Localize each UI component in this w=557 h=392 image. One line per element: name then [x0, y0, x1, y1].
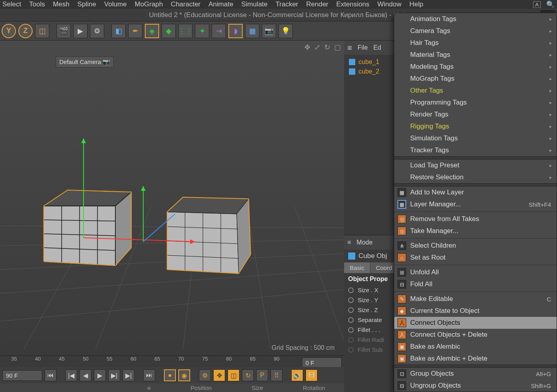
menu-window[interactable]: Window: [377, 0, 401, 8]
ctx-render-tags[interactable]: Render Tags: [394, 109, 557, 120]
ctx-ungroup-objects[interactable]: ⊟Ungroup ObjectsShift+G: [394, 380, 557, 392]
viewport-move-icon[interactable]: ✥: [304, 43, 310, 52]
ctx-mograph-tags[interactable]: MoGraph Tags: [394, 73, 557, 85]
tool-render-settings[interactable]: ⚙: [90, 24, 104, 38]
ctx-restore-selection[interactable]: Restore Selection: [394, 171, 557, 183]
am-mode-menu[interactable]: Mode: [356, 239, 372, 246]
cube-2-gizmo: [167, 197, 251, 274]
tool-coord-system[interactable]: ◫: [35, 24, 49, 38]
menu-simulate[interactable]: Simulate: [241, 0, 267, 8]
viewport-canvas: [0, 41, 344, 355]
ctx-load-tag-preset[interactable]: Load Tag Preset: [394, 159, 557, 171]
camera-label[interactable]: Default Camera 📷: [56, 56, 114, 68]
play-button[interactable]: ▶: [94, 369, 106, 381]
ctx-take-manager[interactable]: ◎Take Manager...: [394, 225, 557, 237]
timeline-end-field[interactable]: 0 F: [302, 357, 342, 367]
prev-key-button[interactable]: |◀: [65, 369, 77, 381]
menu-mograph[interactable]: MoGraph: [134, 0, 163, 8]
ctx-rigging-tags[interactable]: Rigging Tags: [394, 120, 557, 132]
tool-light[interactable]: 💡: [278, 24, 293, 38]
ctx-other-tags[interactable]: Other Tags: [394, 85, 557, 97]
sound-button[interactable]: 🔊: [291, 369, 303, 381]
tool-axis-z[interactable]: Z: [18, 24, 33, 38]
goto-end-button[interactable]: ⏭: [143, 369, 155, 381]
tool-pen[interactable]: ✒: [128, 24, 142, 38]
goto-start-button[interactable]: ⏮: [45, 369, 56, 381]
key-param-button[interactable]: P: [256, 369, 268, 381]
om-file-menu[interactable]: File: [358, 44, 368, 51]
ctx-unfold-all[interactable]: ⊞Unfold All: [394, 266, 557, 278]
key-pla-button[interactable]: ⠿: [271, 369, 282, 381]
svg-marker-31: [141, 186, 146, 191]
ctx-modeling-tags[interactable]: Modeling Tags: [394, 61, 557, 73]
ctx-programming-tags[interactable]: Programming Tags: [394, 97, 557, 109]
tool-render-view[interactable]: 🎬: [56, 24, 71, 38]
viewport-dolly-icon[interactable]: ⤢: [314, 43, 320, 52]
ctx-remove-from-takes[interactable]: ◎Remove from All Takes: [394, 213, 557, 225]
ctx-connect-delete[interactable]: 人Connect Objects + Delete: [394, 329, 557, 341]
menu-character[interactable]: Character: [171, 0, 201, 8]
ctx-tracker-tags[interactable]: Tracker Tags: [394, 144, 557, 156]
attr-tab-basic[interactable]: Basic: [344, 262, 370, 273]
menu-select[interactable]: Select: [2, 0, 21, 8]
key-pos-button[interactable]: ✥: [213, 369, 225, 381]
ctx-material-tags[interactable]: Material Tags: [394, 49, 557, 61]
ctx-hair-tags[interactable]: Hair Tags: [394, 37, 557, 49]
record-button[interactable]: ●: [164, 369, 176, 381]
ctx-make-editable[interactable]: ✎Make EditableC: [394, 293, 557, 305]
ctx-connect-objects[interactable]: 人Connect Objects: [394, 317, 557, 329]
ctx-add-to-new-layer[interactable]: ▦Add to New Layer: [394, 186, 557, 198]
tool-bend[interactable]: ◗: [228, 24, 243, 38]
tool-subdivision[interactable]: ◈: [145, 24, 159, 38]
keyframe-sel-button[interactable]: ⚙: [199, 369, 211, 381]
step-back-button[interactable]: ◀: [80, 369, 92, 381]
viewport-maximize-icon[interactable]: ▢: [334, 43, 341, 52]
menu-mesh[interactable]: Mesh: [53, 0, 70, 8]
current-frame-field[interactable]: 90 F: [2, 370, 42, 381]
ctx-group-objects[interactable]: ⊡Group ObjectsAlt+G: [394, 368, 557, 380]
next-key-button[interactable]: ▶|: [123, 369, 134, 381]
ctx-bake-alembic[interactable]: ▣Bake as Alembic: [394, 341, 557, 353]
menu-spline[interactable]: Spline: [78, 0, 96, 8]
film-button[interactable]: 🎞: [306, 369, 317, 381]
key-scale-button[interactable]: ◫: [228, 369, 240, 381]
step-fwd-button[interactable]: ▶|: [108, 369, 120, 381]
ctx-bake-alembic-delete[interactable]: ▣Bake as Alembic + Delete: [394, 353, 557, 365]
autokey-button[interactable]: ◉: [178, 369, 190, 381]
ctx-set-as-root[interactable]: ⌂Set as Root: [394, 252, 557, 264]
search-icon[interactable]: 🔍: [546, 0, 555, 9]
menu-animate[interactable]: Animate: [208, 0, 233, 8]
menu-render[interactable]: Render: [306, 0, 329, 8]
timeline-tick: 80: [226, 356, 232, 362]
tool-render-pv[interactable]: ▶: [73, 24, 88, 38]
viewport[interactable]: ✥ ⤢ ↻ ▢ Default Camera 📷: [0, 41, 344, 355]
tool-voronoi[interactable]: ✦: [195, 24, 209, 38]
menu-extensions[interactable]: Extensions: [336, 0, 369, 8]
ctx-simulation-tags[interactable]: Simulation Tags: [394, 132, 557, 144]
om-edit-menu[interactable]: Ed: [373, 44, 381, 51]
tool-cloner[interactable]: ⋮⋮: [178, 24, 193, 38]
key-rot-button[interactable]: ↻: [242, 369, 254, 381]
om-menu-icon[interactable]: ≡: [347, 43, 352, 52]
tool-field[interactable]: ⇥: [212, 24, 226, 38]
menu-tracker[interactable]: Tracker: [276, 0, 298, 8]
menu-help[interactable]: Help: [409, 0, 423, 8]
tool-extrude[interactable]: ◆: [162, 24, 176, 38]
ctx-fold-all[interactable]: ⊟Fold All: [394, 278, 557, 290]
ctx-current-state[interactable]: ◆Current State to Object: [394, 305, 557, 317]
timeline-ruler[interactable]: 35 40 45 50 55 60 65 70 75 80 85 90 0 F: [0, 356, 344, 367]
ctx-select-children[interactable]: ⋔Select Children: [394, 240, 557, 252]
ctx-layer-manager[interactable]: ▦Layer Manager...Shift+F4: [394, 198, 557, 210]
tool-camera[interactable]: 📷: [262, 24, 276, 38]
am-menu-icon[interactable]: ≡: [347, 239, 351, 246]
layout-box[interactable]: A: [533, 1, 541, 8]
menu-tools[interactable]: Tools: [29, 0, 45, 8]
viewport-rotate-icon[interactable]: ↻: [324, 43, 330, 52]
ctx-animation-tags[interactable]: Animation Tags: [394, 13, 557, 25]
tool-floor[interactable]: ▦: [245, 24, 259, 38]
timeline-tick: 45: [59, 356, 64, 362]
tool-cube-primitive[interactable]: ◧: [111, 24, 126, 38]
menu-volume[interactable]: Volume: [104, 0, 127, 8]
tool-axis-y[interactable]: Y: [2, 24, 16, 38]
ctx-camera-tags[interactable]: Camera Tags: [394, 25, 557, 37]
